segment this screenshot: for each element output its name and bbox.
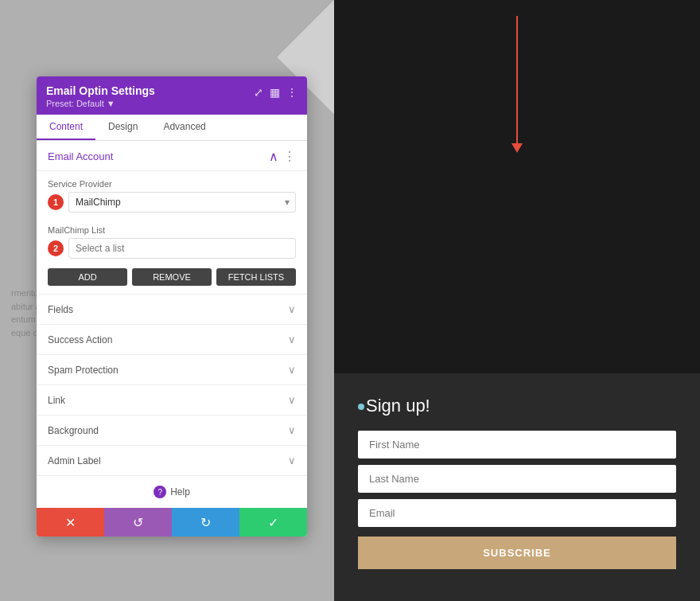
panel-body: Email Account ∧ ⋮ Service Provider 1 Mai… <box>37 141 307 508</box>
action-buttons-row: ADD REMOVE FETCH LISTS <box>37 263 307 294</box>
collapsible-admin-label[interactable]: Admin Label ∨ <box>37 445 307 475</box>
panel-header: Email Optin Settings Preset: Default ▼ ⤢… <box>37 76 307 115</box>
help-icon: ? <box>154 486 166 498</box>
email-account-section-header: Email Account ∧ ⋮ <box>37 141 307 171</box>
mailchimp-list-label: MailChimp List <box>48 225 296 235</box>
tab-advanced[interactable]: Advanced <box>150 115 218 140</box>
panel-preset[interactable]: Preset: Default ▼ <box>46 99 155 108</box>
help-row[interactable]: ? Help <box>37 475 307 508</box>
collapsible-success-action[interactable]: Success Action ∨ <box>37 324 307 354</box>
collapsible-background[interactable]: Background ∨ <box>37 415 307 445</box>
undo-button[interactable]: ↺ <box>104 508 172 537</box>
email-account-title: Email Account <box>48 150 113 162</box>
service-provider-select-wrapper[interactable]: MailChimp ▾ <box>68 192 296 213</box>
panel-title: Email Optin Settings <box>46 84 155 97</box>
arrow-line <box>516 16 518 143</box>
background-arrow-icon: ∨ <box>288 424 296 436</box>
mailchimp-list-group: MailChimp List 2 <box>37 217 307 263</box>
signup-title: Sign up! <box>358 396 676 416</box>
collapse-icon[interactable]: ∧ <box>269 149 278 164</box>
mailchimp-list-row: 2 <box>48 238 296 259</box>
admin-label-label: Admin Label <box>48 455 101 466</box>
step-badge-1: 1 <box>48 194 64 210</box>
success-action-arrow-icon: ∨ <box>288 334 296 345</box>
admin-label-arrow-icon: ∨ <box>288 455 296 466</box>
fields-arrow-icon: ∨ <box>288 303 296 315</box>
spam-protection-arrow-icon: ∨ <box>288 364 296 376</box>
service-provider-row: 1 MailChimp ▾ <box>48 192 296 213</box>
action-bar: ✕ ↺ ↻ ✓ <box>37 508 307 537</box>
first-name-input[interactable] <box>358 431 676 459</box>
arrow-head <box>511 143 523 153</box>
spam-protection-label: Spam Protection <box>48 365 119 376</box>
last-name-input[interactable] <box>358 465 676 493</box>
background-label: Background <box>48 425 99 436</box>
signup-marker <box>358 404 364 410</box>
service-provider-label: Service Provider <box>48 179 296 189</box>
collapsible-spam-protection[interactable]: Spam Protection ∨ <box>37 354 307 384</box>
help-label: Help <box>170 486 190 498</box>
fullscreen-icon[interactable]: ⤢ <box>254 86 263 99</box>
add-button[interactable]: ADD <box>48 268 127 286</box>
collapsible-link[interactable]: Link ∨ <box>37 384 307 415</box>
right-preview: Sign up! SUBSCRIBE <box>334 0 700 601</box>
section-more-icon[interactable]: ⋮ <box>283 149 296 164</box>
save-button[interactable]: ✓ <box>239 508 307 537</box>
more-icon[interactable]: ⋮ <box>286 86 298 99</box>
cancel-button[interactable]: ✕ <box>37 508 104 537</box>
success-action-label: Success Action <box>48 334 112 345</box>
step-badge-2: 2 <box>48 240 64 256</box>
tab-content[interactable]: Content <box>37 115 95 140</box>
select-list-input[interactable] <box>68 238 296 259</box>
service-provider-group: Service Provider 1 MailChimp ▾ <box>37 171 307 217</box>
service-provider-select[interactable]: MailChimp <box>68 192 296 213</box>
signup-area: Sign up! SUBSCRIBE <box>334 373 700 601</box>
columns-icon[interactable]: ▦ <box>270 86 280 99</box>
subscribe-button[interactable]: SUBSCRIBE <box>358 537 676 569</box>
panel-header-icons: ⤢ ▦ ⋮ <box>254 86 298 99</box>
left-background: rmentum abitur ac s entum est eque quis … <box>0 0 334 601</box>
redo-button[interactable]: ↻ <box>172 508 239 537</box>
fetch-lists-button[interactable]: FETCH LISTS <box>216 268 296 286</box>
link-label: Link <box>48 395 65 406</box>
collapsible-fields[interactable]: Fields ∨ <box>37 294 307 324</box>
link-arrow-icon: ∨ <box>288 394 296 406</box>
tab-design[interactable]: Design <box>95 115 150 140</box>
fields-label: Fields <box>48 304 73 315</box>
remove-button[interactable]: REMOVE <box>132 268 212 286</box>
red-arrow <box>511 16 523 153</box>
email-input[interactable] <box>358 499 676 527</box>
settings-panel: Email Optin Settings Preset: Default ▼ ⤢… <box>37 76 307 537</box>
panel-tabs: Content Design Advanced <box>37 115 307 141</box>
section-header-icons: ∧ ⋮ <box>269 149 296 164</box>
